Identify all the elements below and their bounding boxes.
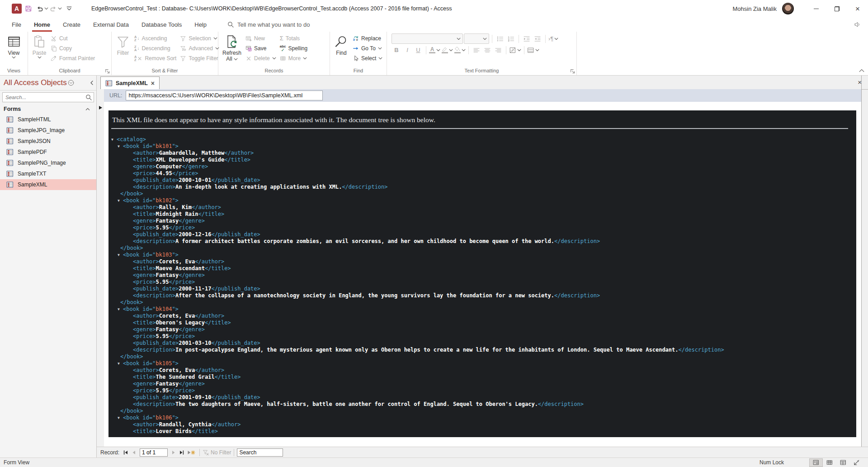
tab-home[interactable]: Home	[28, 17, 57, 32]
collapse-ribbon-icon[interactable]	[859, 69, 864, 72]
undo-icon	[36, 5, 43, 12]
sidebar-item[interactable]: SampleJSON	[0, 136, 96, 147]
nav-pane-menu-icon[interactable]	[68, 80, 74, 86]
minimize-button[interactable]	[806, 0, 826, 17]
paste-button[interactable]: Paste	[30, 33, 49, 59]
datasheet-view-button[interactable]	[823, 458, 836, 467]
redo-button[interactable]	[49, 3, 62, 14]
customize-qat-button[interactable]	[62, 3, 76, 14]
ribbon-group-views: View Views	[0, 32, 28, 75]
layout-view-button[interactable]	[836, 458, 850, 467]
shutter-bar-icon[interactable]	[90, 81, 94, 85]
close-tab-icon[interactable]: ×	[151, 80, 155, 86]
numbering-button[interactable]	[506, 34, 516, 44]
paragraph-marks-icon: ›¶	[548, 36, 553, 42]
edge-browser-control[interactable]: This XML file does not appear to have an…	[108, 110, 856, 437]
cut-button[interactable]: Cut	[49, 33, 97, 43]
advanced-button[interactable]: Advanced	[178, 43, 221, 53]
collapse-group-icon[interactable]	[85, 108, 90, 110]
gridlines-button[interactable]	[509, 45, 521, 55]
record-position-input[interactable]	[140, 448, 168, 457]
bullets-button[interactable]	[495, 34, 505, 44]
selection-button[interactable]: Selection	[178, 33, 221, 43]
undo-button[interactable]	[35, 3, 49, 14]
more-button[interactable]: More	[278, 53, 310, 63]
tell-me-search[interactable]: Tell me what you want to do	[227, 17, 310, 32]
decrease-indent-button[interactable]	[533, 34, 542, 44]
paragraph-marks-button[interactable]: ›¶	[548, 34, 558, 44]
view-button[interactable]: View	[5, 33, 24, 59]
last-record-button[interactable]	[178, 449, 185, 456]
save-quick-button[interactable]	[22, 3, 35, 14]
save-record-button[interactable]: Save	[244, 43, 278, 53]
sort-ascending-button[interactable]: AZ↓ Ascending	[132, 33, 178, 43]
nav-pane-title[interactable]: All Access Objects	[4, 78, 67, 87]
text-formatting-dialog-launcher-icon[interactable]	[570, 69, 575, 74]
fill-bucket-icon	[454, 47, 461, 53]
record-selector-strip[interactable]	[97, 89, 104, 447]
sidebar-item[interactable]: SamplePDF	[0, 147, 96, 157]
record-search-input[interactable]	[237, 448, 283, 457]
close-button[interactable]: ×	[847, 0, 868, 17]
underline-button[interactable]: U	[413, 45, 423, 55]
next-record-button[interactable]	[170, 449, 177, 456]
url-input[interactable]	[126, 91, 323, 100]
no-filter-button[interactable]: No Filter	[203, 449, 231, 456]
replace-button[interactable]: bcReplace	[351, 33, 384, 43]
new-record-button[interactable]: New	[244, 33, 278, 43]
find-button[interactable]: Find	[332, 33, 351, 56]
select-button[interactable]: Select	[351, 53, 384, 63]
form-icon	[105, 80, 113, 87]
tab-external-data[interactable]: External Data	[87, 17, 135, 32]
chevron-down-icon	[272, 57, 276, 60]
tab-file[interactable]: File	[5, 17, 28, 32]
tab-database-tools[interactable]: Database Tools	[135, 17, 188, 32]
tab-help[interactable]: Help	[188, 17, 213, 32]
xml-tree[interactable]: ▼<catalog>▼<book id="bk101"><author>Gamb…	[111, 136, 856, 435]
restore-button[interactable]	[826, 0, 847, 17]
font-color-button[interactable]: A	[429, 45, 440, 55]
remove-sort-button[interactable]: AZ Remove Sort	[132, 53, 178, 63]
font-size-select[interactable]	[464, 33, 489, 44]
forms-group-header[interactable]: Forms	[0, 104, 96, 114]
design-view-button[interactable]	[850, 458, 863, 467]
background-color-button[interactable]	[454, 45, 466, 55]
sidebar-item[interactable]: SampleXML	[0, 179, 96, 190]
format-painter-button[interactable]: Format Painter	[49, 53, 97, 63]
copy-button[interactable]: Copy	[49, 43, 97, 53]
align-left-button[interactable]	[472, 45, 481, 55]
new-record-button[interactable]	[186, 449, 196, 456]
tab-create[interactable]: Create	[57, 17, 87, 32]
sidebar-item[interactable]: SampleTXT	[0, 168, 96, 179]
clipboard-dialog-launcher-icon[interactable]	[105, 69, 110, 74]
goto-button[interactable]: Go To	[351, 43, 384, 53]
spelling-button[interactable]: abc✓Spelling	[278, 43, 310, 53]
align-right-button[interactable]	[493, 45, 503, 55]
filter-button[interactable]: Filter	[113, 33, 132, 56]
nav-search-input[interactable]	[5, 94, 85, 100]
bold-button[interactable]: B	[392, 45, 401, 55]
sort-descending-button[interactable]: ZA↓ Descending	[132, 43, 178, 53]
delete-record-button[interactable]: Delete	[244, 53, 278, 63]
nav-search-box[interactable]	[2, 92, 94, 102]
sidebar-item[interactable]: SampleJPG_Image	[0, 125, 96, 136]
refresh-all-button[interactable]: Refresh All	[220, 33, 244, 62]
feedback-icon[interactable]	[854, 21, 861, 28]
document-tab-samplexml[interactable]: SampleXML ×	[100, 76, 160, 90]
alternate-row-color-button[interactable]	[527, 45, 539, 55]
first-record-button[interactable]	[122, 449, 129, 456]
user-name[interactable]: Mohsin Zia Malik	[732, 5, 777, 12]
increase-indent-button[interactable]	[522, 34, 532, 44]
sidebar-item[interactable]: SampleHTML	[0, 114, 96, 125]
sidebar-item[interactable]: SamplePNG_Image	[0, 157, 96, 168]
highlight-color-button[interactable]	[441, 45, 453, 55]
font-family-select[interactable]	[392, 33, 463, 44]
totals-button[interactable]: ΣTotals	[278, 33, 310, 43]
align-center-button[interactable]	[482, 45, 492, 55]
search-icon[interactable]	[85, 94, 92, 100]
avatar[interactable]	[782, 3, 794, 14]
form-view-button[interactable]	[809, 458, 823, 467]
italic-button[interactable]: I	[402, 45, 412, 55]
previous-record-button[interactable]	[130, 449, 137, 456]
toggle-filter-button[interactable]: Toggle Filter	[178, 53, 221, 63]
